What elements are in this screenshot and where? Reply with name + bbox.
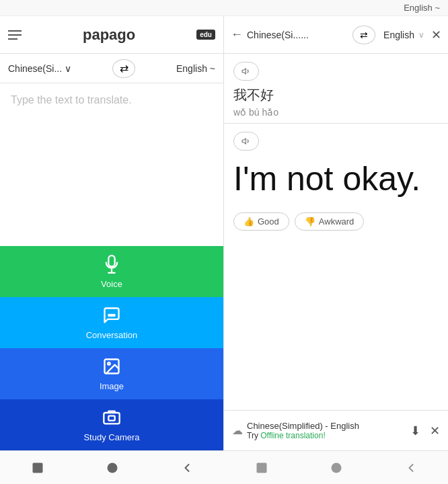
status-lang: English ~: [404, 3, 440, 13]
right-target-lang: English: [383, 30, 414, 40]
feedback-row: 👍 Good 👎 Awkward: [233, 212, 439, 231]
right-source-lang: Chinese(Si......: [247, 30, 348, 40]
offline-link[interactable]: Offline translation!: [260, 431, 326, 440]
app-logo-group: papago: [83, 26, 135, 44]
study-camera-button[interactable]: Study Camera: [0, 399, 223, 450]
svg-point-14: [331, 462, 341, 473]
bottom-buttons: Voice Conversation: [0, 246, 223, 450]
square-nav-icon: [31, 461, 44, 475]
svg-point-4: [113, 314, 114, 315]
swap-icon: ⇄: [120, 62, 128, 75]
swap-lang-button[interactable]: ⇄: [112, 59, 135, 78]
svg-rect-7: [104, 413, 119, 424]
right-swap-icon: ⇄: [360, 30, 368, 40]
voice-button[interactable]: Voice: [0, 246, 223, 297]
nav-item-6[interactable]: [398, 454, 424, 481]
left-panel: papago edu Chinese(Si... ∨ ⇄ English ~ T…: [0, 16, 224, 450]
hamburger-menu[interactable]: [8, 30, 22, 40]
source-lang-label: Chinese(Si...: [8, 63, 62, 74]
translated-text: I'm not okay.: [233, 159, 439, 199]
svg-marker-9: [242, 69, 246, 74]
nav-item-4[interactable]: [248, 454, 275, 481]
svg-point-2: [108, 314, 110, 315]
good-feedback-button[interactable]: 👍 Good: [233, 212, 289, 231]
circle-nav-icon-2: [330, 461, 343, 475]
back-arrow-icon[interactable]: ←: [231, 28, 243, 42]
offline-text-group: Chinese(Simplified) - English Try Offlin…: [247, 421, 406, 440]
study-camera-label: Study Camera: [83, 432, 139, 442]
download-icon[interactable]: ⬇: [410, 424, 420, 438]
bottom-nav: [0, 450, 448, 484]
conversation-button[interactable]: Conversation: [0, 297, 223, 348]
pinyin-text: wǒ bú hǎo: [233, 107, 439, 118]
square-nav-icon-2: [255, 461, 268, 475]
svg-point-3: [111, 314, 112, 315]
source-speaker-button[interactable]: [233, 62, 259, 81]
translation-top: 我不好 wǒ bú hǎo: [224, 54, 448, 124]
main-container: papago edu Chinese(Si... ∨ ⇄ English ~ T…: [0, 16, 448, 450]
awkward-feedback-button[interactable]: 👎 Awkward: [295, 212, 365, 231]
status-bar: English ~: [0, 0, 448, 16]
thumbup-icon: 👍: [244, 216, 254, 227]
nav-item-1[interactable]: [24, 454, 51, 481]
nav-item-5[interactable]: [323, 454, 350, 481]
right-header: ← Chinese(Si...... ⇄ English ∨ ✕: [224, 16, 448, 54]
svg-rect-13: [256, 462, 266, 473]
offline-title: Chinese(Simplified) - English: [247, 421, 406, 431]
right-swap-button[interactable]: ⇄: [352, 26, 375, 44]
good-label: Good: [258, 216, 279, 227]
offline-sub: Try Offline translation!: [247, 431, 406, 440]
study-camera-icon: [102, 408, 121, 430]
translate-placeholder: Type the text to translate.: [11, 94, 132, 106]
back-nav-icon-2: [404, 461, 418, 475]
svg-marker-10: [242, 138, 246, 144]
translated-speaker-button[interactable]: [233, 132, 259, 151]
source-lang-chevron: ∨: [65, 63, 71, 74]
image-button[interactable]: Image: [0, 348, 223, 399]
app-logo: papago: [83, 26, 135, 44]
cloud-icon: ☁: [232, 424, 243, 437]
right-panel: ← Chinese(Si...... ⇄ English ∨ ✕ 我不好 wǒ …: [224, 16, 448, 450]
target-lang-label: English ~: [176, 63, 215, 74]
original-text: 我不好: [233, 86, 439, 104]
nav-item-3[interactable]: [174, 454, 200, 481]
conversation-icon: [102, 306, 121, 327]
back-nav-icon: [180, 461, 194, 475]
thumbdown-icon: 👎: [305, 216, 315, 227]
translation-result: I'm not okay. 👍 Good 👎 Awkward: [224, 124, 448, 450]
close-banner-button[interactable]: ✕: [430, 424, 440, 438]
image-label: Image: [100, 381, 124, 391]
nav-item-2[interactable]: [99, 454, 126, 481]
translate-input-area: Type the text to translate.: [0, 83, 223, 246]
awkward-label: Awkward: [319, 216, 354, 227]
voice-icon: [102, 255, 121, 276]
circle-nav-icon: [106, 461, 119, 475]
image-icon: [102, 357, 121, 378]
edu-badge: edu: [196, 30, 215, 40]
source-lang-button[interactable]: Chinese(Si... ∨: [8, 63, 71, 74]
svg-rect-8: [108, 415, 114, 420]
svg-rect-11: [32, 462, 42, 473]
offline-banner: ☁ Chinese(Simplified) - English Try Offl…: [224, 410, 448, 450]
lang-selector-left: Chinese(Si... ∨ ⇄ English ~: [0, 54, 223, 83]
right-target-chevron: ∨: [418, 30, 424, 40]
left-header: papago edu: [0, 16, 223, 54]
svg-point-12: [107, 462, 117, 473]
target-lang-button[interactable]: English ~: [176, 63, 215, 74]
svg-point-6: [108, 362, 110, 365]
voice-label: Voice: [101, 279, 122, 289]
conversation-label: Conversation: [86, 330, 138, 340]
right-close-button[interactable]: ✕: [431, 28, 441, 42]
